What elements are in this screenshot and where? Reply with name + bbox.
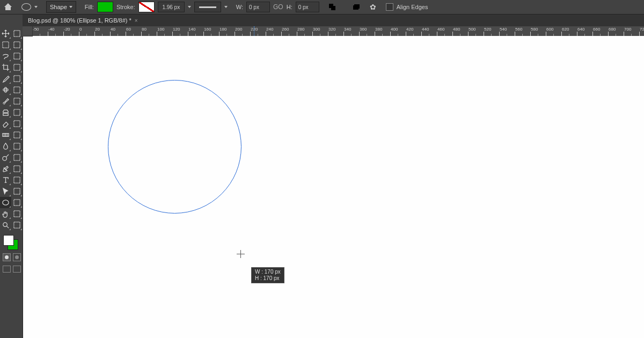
ruler-tick: -50 [32,26,48,36]
gear-icon[interactable]: ✿ [369,3,377,11]
stroke-width-input[interactable]: 1.96 px [158,2,185,12]
chevron-down-icon[interactable] [224,6,228,8]
ruler-tick: 460 [437,26,452,36]
spot-heal-tool[interactable] [0,84,11,95]
svg-rect-29 [14,177,20,183]
svg-rect-33 [14,211,20,217]
ruler-tick: 440 [421,26,437,36]
width-input[interactable]: 0 px [246,2,270,12]
tooltip-width: W : 170 px [255,269,281,275]
svg-line-26 [6,155,9,157]
history-tool[interactable] [11,219,23,231]
blur-tool[interactable] [0,141,11,152]
vertical-type-tool[interactable] [11,174,23,186]
active-tool-icon[interactable] [21,3,31,11]
canvas[interactable]: W : 170 px H : 170 px [32,36,644,338]
ruler-tick: 720 [639,26,644,36]
ruler-tick: 700 [624,26,639,36]
ruler-tick: 40 [110,26,126,36]
mask-mode-toggle[interactable] [3,253,23,261]
gradient-tool[interactable] [0,129,11,141]
svg-rect-10 [14,53,20,59]
height-input[interactable]: 0 px [296,2,319,12]
freeform-pen-tool[interactable] [11,163,23,174]
ruler-tick: 520 [484,26,499,36]
link-icon[interactable]: GO [273,3,283,11]
ruler-tick: 360 [359,26,375,36]
ruler-tick: 340 [343,26,359,36]
close-icon[interactable]: × [135,18,138,24]
ellipse-tool[interactable] [0,197,11,208]
ellipse-shape[interactable] [108,80,241,214]
ruler-tick: 300 [312,26,328,36]
lasso-tool[interactable] [0,50,11,62]
patch-tool[interactable] [11,84,23,95]
svg-rect-12 [14,76,20,82]
move-tool[interactable] [0,28,11,39]
chevron-down-icon[interactable] [34,6,38,8]
artboard-tool[interactable] [11,28,23,39]
quick-select-tool[interactable] [11,50,23,62]
path-operations-icon[interactable] [328,3,336,11]
stroke-swatch[interactable] [138,2,155,12]
path-align-icon[interactable] [340,3,348,11]
eraser-tool[interactable] [0,118,11,129]
document-tab[interactable]: Blog.psd @ 180% (Ellipse 1, RGB/8#) * × [23,14,143,26]
svg-point-34 [3,223,8,227]
rotate-view-tool[interactable] [11,208,23,219]
type-tool[interactable] [0,174,11,186]
ruler-tick: 200 [235,26,250,36]
ruler-tool[interactable] [11,73,23,84]
ruler-tick: 560 [515,26,530,36]
pencil-tool[interactable] [11,95,23,107]
custom-shape-tool[interactable] [11,197,23,208]
ruler-tick: 500 [468,26,484,36]
svg-rect-7 [14,31,20,36]
zoom-tool[interactable] [0,219,11,231]
screen-mode-toggle[interactable] [3,266,23,273]
svg-rect-17 [14,109,20,115]
svg-rect-6 [354,4,360,9]
stroke-style-dropdown[interactable] [194,2,221,12]
shape-mode-dropdown[interactable]: Shape [46,1,76,13]
path-select-tool[interactable] [0,186,11,197]
ruler-tick: 20 [94,26,110,36]
burn-tool[interactable] [11,152,23,163]
magic-wand-tool[interactable] [11,39,23,50]
align-edges-checkbox[interactable] [386,3,393,11]
svg-rect-15 [14,87,20,93]
ruler-corner[interactable] [23,26,33,36]
pattern-stamp-tool[interactable] [11,107,23,118]
brush-tool[interactable] [0,95,11,107]
home-icon[interactable] [4,3,13,11]
ruler-tick: 60 [126,26,141,36]
dodge-tool[interactable] [0,152,11,163]
document-tab-title: Blog.psd @ 180% (Ellipse 1, RGB/8#) * [28,17,131,24]
path-arrange-icon[interactable] [352,3,360,11]
eyedropper-tool[interactable] [0,73,11,84]
crop-tool[interactable] [0,62,11,73]
ruler-horizontal[interactable]: -50-40-200204060801001201401601802002202… [23,26,644,36]
svg-rect-30 [14,188,20,194]
paint-bucket-tool[interactable] [11,129,23,141]
ruler-tick: 120 [172,26,188,36]
hand-tool[interactable] [0,208,11,219]
color-swatches[interactable] [3,235,18,250]
fill-swatch[interactable] [97,2,113,12]
pen-tool[interactable] [0,163,11,174]
direct-select-tool[interactable] [11,186,23,197]
fg-color-swatch[interactable] [3,235,14,246]
chevron-down-icon [69,6,72,8]
marquee-tool[interactable] [0,39,11,50]
width-label: W: [236,4,243,10]
ruler-tick: 600 [546,26,561,36]
svg-rect-11 [14,64,20,70]
sharpen-tool[interactable] [11,141,23,152]
chevron-down-icon[interactable] [188,6,191,8]
svg-line-35 [6,226,9,228]
clone-tool[interactable] [0,107,11,118]
slice-tool[interactable] [11,62,23,73]
ruler-tick: 240 [266,26,281,36]
bg-eraser-tool[interactable] [11,118,23,129]
fill-label: Fill: [85,4,94,10]
